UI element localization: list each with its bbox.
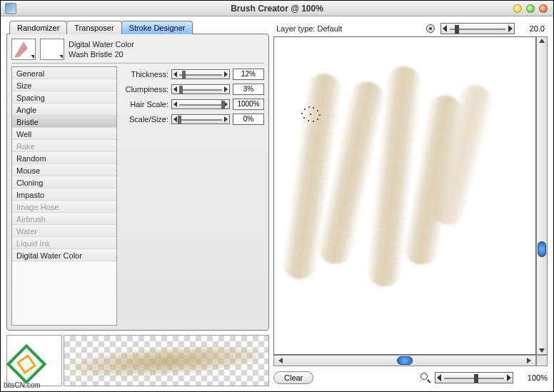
category-item: Image Hose [12, 201, 116, 213]
painted-stroke [294, 73, 487, 308]
hair-scale-label: Hair Scale: [121, 100, 168, 109]
zoom-slider[interactable] [435, 372, 513, 383]
increment-icon[interactable] [224, 116, 228, 122]
brush-category-selector[interactable] [11, 39, 36, 60]
category-item[interactable]: Angle [12, 104, 116, 116]
thickness-label: Thickness: [121, 70, 168, 79]
scale-size-label: Scale/Size: [121, 115, 168, 124]
decrement-icon[interactable] [437, 374, 441, 381]
category-item[interactable]: General [12, 67, 116, 79]
category-item[interactable]: Size [12, 79, 116, 91]
tab-transposer[interactable]: Transposer [66, 21, 121, 34]
brush-size-toggle[interactable] [426, 24, 435, 33]
category-item: Airbrush [12, 213, 116, 225]
scale-size-value[interactable]: 0% [233, 114, 264, 125]
category-list[interactable]: GeneralSizeSpacingAngleBristleWellRakeRa… [11, 66, 117, 326]
scale-size-slider[interactable] [171, 114, 230, 124]
brush-size-value[interactable]: 20.0 [520, 24, 545, 33]
scroll-right-icon[interactable] [527, 358, 534, 363]
clumpiness-value[interactable]: 3% [233, 84, 264, 95]
tab-randomizer[interactable]: Randomizer [9, 21, 67, 34]
layer-type-label: Layer type: Default [276, 24, 342, 33]
thickness-slider[interactable] [171, 69, 230, 79]
category-item: Rake [12, 140, 116, 152]
scroll-left-icon[interactable] [276, 358, 283, 363]
vertical-scrollbar[interactable] [536, 36, 548, 355]
hair-scale-value[interactable]: 1000% [233, 99, 264, 110]
decrement-icon[interactable] [173, 71, 177, 77]
title-bar: Brush Creator @ 100% [1, 1, 553, 16]
scroll-handle[interactable] [397, 356, 413, 365]
window-controls [513, 4, 548, 13]
minimize-button[interactable] [513, 4, 522, 13]
brush-tip-preview [6, 335, 62, 386]
brush-size-slider[interactable] [440, 23, 515, 34]
zoom-value[interactable]: 100% [518, 373, 548, 382]
scroll-down-icon[interactable] [539, 348, 545, 353]
scroll-up-icon[interactable] [539, 39, 545, 43]
close-button[interactable] [539, 4, 548, 13]
category-item[interactable]: Cloning [12, 176, 116, 189]
thickness-value[interactable]: 12% [233, 69, 264, 80]
decrement-icon[interactable] [173, 116, 177, 122]
hair-scale-slider[interactable] [171, 99, 230, 109]
category-item[interactable]: Impasto [12, 189, 116, 201]
decrement-icon[interactable] [173, 86, 177, 92]
category-item[interactable]: Spacing [12, 91, 116, 104]
increment-icon[interactable] [507, 374, 511, 381]
maximize-button[interactable] [526, 4, 535, 13]
horizontal-scrollbar[interactable] [273, 355, 536, 366]
category-item[interactable]: Mouse [12, 164, 116, 176]
tab-bar: Randomizer Transposer Stroke Designer [9, 21, 269, 34]
increment-icon[interactable] [224, 86, 228, 92]
clear-button[interactable]: Clear [273, 371, 313, 384]
brush-variant-label: Wash Bristle 20 [69, 49, 134, 59]
brush-category-label: Digital Water Color [69, 39, 134, 49]
clumpiness-slider[interactable] [171, 84, 230, 94]
category-item[interactable]: Bristle [12, 116, 116, 128]
clumpiness-label: Clumpiness: [121, 85, 168, 94]
scroll-corner [536, 355, 548, 366]
category-item: Water [12, 225, 116, 237]
brush-header: Digital Water Color Wash Bristle 20 [11, 39, 264, 64]
stroke-designer-panel: Digital Water Color Wash Bristle 20 Gene… [6, 34, 269, 331]
increment-icon[interactable] [508, 25, 513, 32]
decrement-icon[interactable] [443, 25, 447, 32]
category-item[interactable]: Digital Water Color [12, 249, 116, 261]
bristle-controls: Thickness: 12% Clumpiness: [121, 66, 264, 326]
scroll-handle[interactable] [538, 241, 546, 257]
decrement-icon[interactable] [173, 101, 177, 107]
magnifier-icon [420, 373, 430, 383]
category-item[interactable]: Random [12, 152, 116, 164]
scratch-pad-canvas[interactable] [273, 36, 536, 355]
tab-stroke-designer[interactable]: Stroke Designer [121, 21, 193, 34]
stroke-preview [64, 335, 269, 386]
brush-variant-selector[interactable] [40, 39, 64, 60]
increment-icon[interactable] [224, 71, 228, 77]
dropdown-icon [59, 55, 63, 59]
category-item[interactable]: Well [12, 128, 116, 140]
dropdown-icon [31, 55, 34, 59]
brush-cursor-icon [300, 106, 321, 123]
window-title: Brush Creator @ 100% [1, 4, 553, 14]
category-item: Liquid Ink [12, 237, 116, 249]
